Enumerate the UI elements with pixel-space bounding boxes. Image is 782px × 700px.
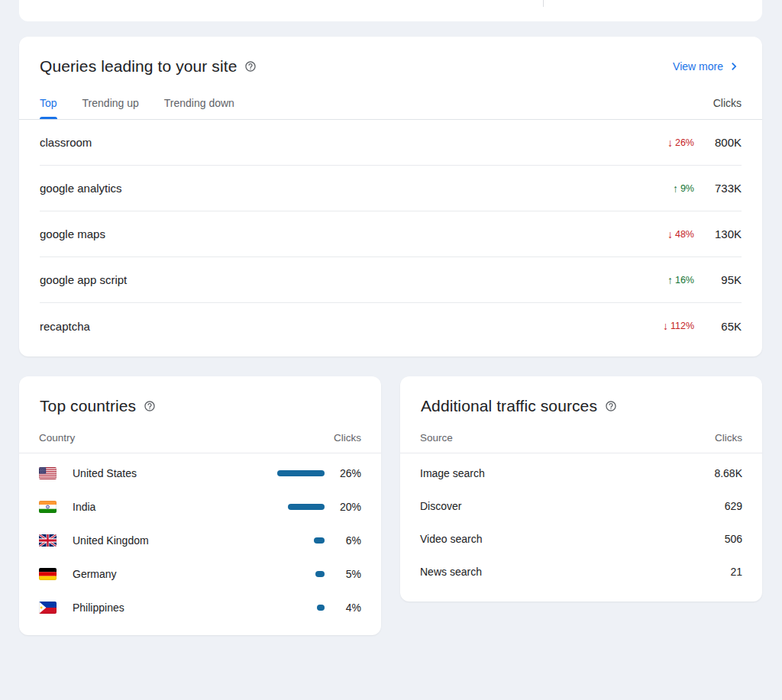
- trend-percent: 16%: [675, 275, 694, 285]
- tab-trending-up-label: Trending up: [82, 97, 139, 109]
- countries-table-head: Country Clicks: [19, 423, 381, 453]
- sources-table-head: Source Clicks: [400, 423, 762, 453]
- source-name: Discover: [420, 500, 725, 512]
- queries-card: Queries leading to your site View more T…: [19, 37, 762, 356]
- us-flag-icon: [39, 467, 57, 479]
- clicks-bar: [277, 470, 325, 476]
- country-percent: 26%: [334, 467, 361, 479]
- query-text: google maps: [40, 227, 667, 240]
- source-row: News search 21: [420, 555, 742, 588]
- queries-table: classroom ↓ 26% 800K google analytics ↑ …: [19, 120, 762, 356]
- source-name: News search: [420, 566, 730, 578]
- source-clicks: 8.68K: [714, 467, 742, 479]
- queries-card-header: Queries leading to your site View more: [19, 37, 762, 76]
- trend-percent: 112%: [671, 321, 694, 331]
- country-row: United States 26%: [39, 456, 361, 490]
- clicks-bar-track: [277, 571, 325, 577]
- trend-indicator: ↓ 26%: [667, 137, 694, 148]
- query-row[interactable]: google app script ↑ 16% 95K: [40, 257, 742, 303]
- source-row: Video search 506: [420, 522, 742, 555]
- country-row: India 20%: [39, 490, 361, 524]
- clicks-bar: [314, 537, 325, 544]
- top-countries-card: Top countries Country Clicks: [19, 376, 381, 635]
- clicks-bar: [315, 571, 325, 577]
- source-name: Video search: [420, 533, 725, 545]
- chevron-right-icon: [726, 59, 742, 74]
- clicks-bar: [288, 504, 325, 510]
- trend-arrow-icon: ↓: [667, 229, 673, 240]
- queries-tabs: Top Trending up Trending down Clicks: [19, 86, 762, 120]
- trend-arrow-icon: ↓: [663, 321, 668, 331]
- uk-flag-icon: [39, 534, 57, 547]
- source-clicks: 21: [730, 566, 742, 578]
- source-row: Image search 8.68K: [420, 456, 742, 489]
- trend-indicator: ↓ 48%: [667, 229, 694, 240]
- help-icon[interactable]: [144, 400, 156, 412]
- country-percent: 20%: [334, 501, 361, 513]
- view-more-link[interactable]: View more: [673, 59, 742, 74]
- country-row: Germany 5%: [39, 557, 361, 591]
- query-row[interactable]: google maps ↓ 48% 130K: [40, 211, 742, 257]
- clicks-value: 733K: [702, 182, 742, 195]
- germany-flag-icon: [39, 568, 57, 580]
- query-text: google app script: [40, 273, 667, 286]
- clicks-value: 130K: [702, 227, 742, 240]
- clicks-bar-track: [277, 470, 325, 476]
- country-name: United States: [73, 467, 277, 479]
- source-clicks: 629: [725, 500, 742, 512]
- clicks-bar: [317, 605, 325, 611]
- query-text: recaptcha: [40, 320, 663, 333]
- bottom-cards-row: Top countries Country Clicks: [19, 376, 762, 635]
- clicks-column-header: Clicks: [713, 97, 742, 109]
- clicks-value: 95K: [702, 273, 742, 286]
- country-row: Philippines 4%: [39, 591, 361, 624]
- source-row: Discover 629: [420, 489, 742, 522]
- country-row: United Kingdom 6%: [39, 524, 361, 557]
- help-icon[interactable]: [244, 60, 257, 73]
- trend-percent: 48%: [675, 229, 694, 240]
- view-more-label: View more: [673, 60, 723, 73]
- query-row[interactable]: recaptcha ↓ 112% 65K: [40, 303, 742, 349]
- traffic-sources-title: Additional traffic sources: [421, 397, 597, 415]
- tab-trending-down[interactable]: Trending down: [164, 86, 234, 119]
- trend-indicator: ↓ 112%: [663, 321, 694, 331]
- trend-percent: 26%: [675, 137, 694, 148]
- page: Queries leading to your site View more T…: [0, 0, 782, 635]
- partial-top-card: [19, 0, 762, 21]
- clicks-bar-track: [277, 504, 325, 510]
- tab-top[interactable]: Top: [40, 86, 57, 119]
- philippines-flag-icon: [39, 602, 57, 614]
- partial-content-divider: [543, 0, 544, 7]
- trend-percent: 9%: [680, 183, 694, 194]
- clicks-value: 800K: [702, 136, 742, 149]
- country-percent: 4%: [334, 602, 361, 614]
- country-name: Germany: [73, 568, 277, 580]
- clicks-bar-track: [277, 605, 325, 611]
- tab-trending-up[interactable]: Trending up: [82, 86, 139, 119]
- country-name: United Kingdom: [73, 534, 277, 547]
- clicks-column-header: Clicks: [334, 432, 361, 444]
- queries-card-title: Queries leading to your site: [40, 57, 237, 76]
- country-percent: 5%: [334, 568, 361, 580]
- traffic-sources-header: Additional traffic sources: [400, 376, 762, 415]
- query-row[interactable]: google analytics ↑ 9% 733K: [40, 166, 742, 211]
- top-countries-title: Top countries: [40, 397, 136, 415]
- india-flag-icon: [39, 501, 57, 513]
- country-column-header: Country: [39, 432, 75, 444]
- clicks-value: 65K: [702, 320, 742, 333]
- country-name: Philippines: [73, 602, 277, 614]
- clicks-column-header: Clicks: [715, 432, 742, 444]
- tab-top-label: Top: [40, 97, 57, 109]
- trend-arrow-icon: ↑: [673, 183, 678, 194]
- query-row[interactable]: classroom ↓ 26% 800K: [40, 120, 742, 166]
- trend-indicator: ↑ 9%: [673, 183, 694, 194]
- source-name: Image search: [420, 467, 714, 479]
- tab-trending-down-label: Trending down: [164, 97, 234, 109]
- query-text: classroom: [40, 136, 667, 149]
- trend-indicator: ↑ 16%: [667, 275, 694, 285]
- help-icon[interactable]: [605, 400, 617, 412]
- traffic-sources-card: Additional traffic sources Source Clicks…: [400, 376, 762, 602]
- top-countries-header: Top countries: [19, 376, 381, 415]
- country-name: India: [73, 501, 277, 513]
- trend-arrow-icon: ↑: [667, 275, 673, 285]
